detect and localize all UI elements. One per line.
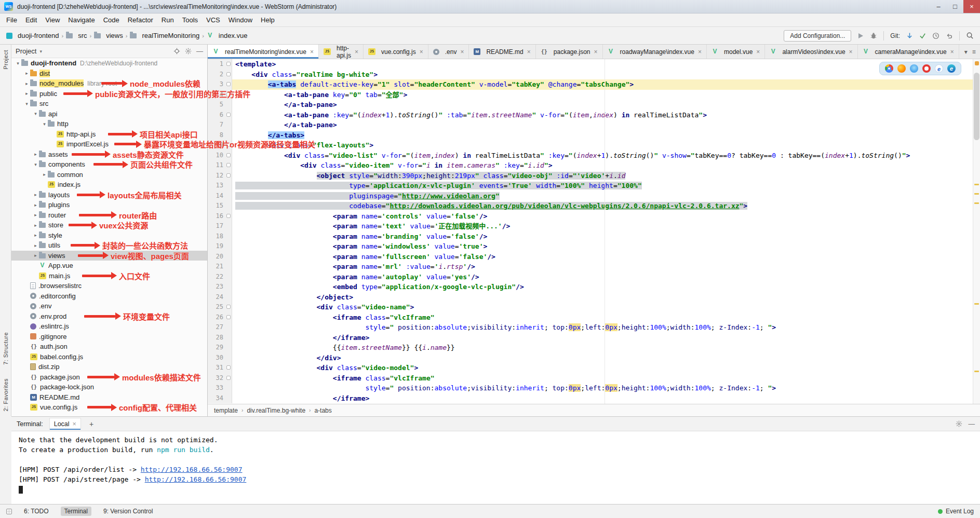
chevron-closed-icon[interactable]: ▸ <box>32 212 39 217</box>
close-button[interactable]: × <box>963 0 980 13</box>
code-line[interactable]: 6 <a-tab-pane :key="(index+1).toString()… <box>208 110 980 120</box>
tree-item-src[interactable]: ▾src <box>11 99 207 109</box>
history-icon[interactable] <box>932 32 939 39</box>
tree-item-http[interactable]: ▾http <box>11 119 207 129</box>
tree-item-package-json[interactable]: {}package.json <box>11 372 207 383</box>
menu-code[interactable]: Code <box>99 15 124 25</box>
tree-item-http-api-js[interactable]: JShttp-api.js <box>11 129 207 140</box>
code-line[interactable]: 15 codebase="http://downloads.videolan.o… <box>208 201 980 211</box>
code-line[interactable]: 20 <param name='fullscreen' value='false… <box>208 252 980 262</box>
tab-close-icon[interactable]: × <box>849 48 853 56</box>
chevron-closed-icon[interactable]: ▸ <box>32 243 39 248</box>
code-line[interactable]: 14 pluginspage="http://www.videolan.org" <box>208 191 980 201</box>
chrome-browser-icon[interactable] <box>885 64 893 73</box>
breadcrumb-item-index-vue[interactable]: Vindex.vue <box>207 32 248 39</box>
chevron-closed-icon[interactable]: ▸ <box>32 192 39 197</box>
ie-browser-icon[interactable]: e <box>935 64 943 73</box>
code-line[interactable]: 10 <div class="video-list" v-for="(item,… <box>208 151 980 161</box>
editor-tab-model-vue[interactable]: Vmodel.vue× <box>707 45 765 59</box>
debug-icon[interactable] <box>870 32 877 39</box>
tree-item-duoji-frontend[interactable]: ▾duoji-frontendD:\zheheWeb\duoji-fronten… <box>11 58 207 69</box>
code-line[interactable]: 3 <a-tabs default-active-key="1" slot="h… <box>208 79 980 90</box>
tree-item-node-modules[interactable]: ▸node_moduleslibrary root <box>11 78 207 89</box>
scrollbar-thumb[interactable] <box>974 73 979 140</box>
tab-close-icon[interactable]: × <box>460 48 464 56</box>
code-line[interactable]: 23 <embed type="application/x-google-vlc… <box>208 282 980 292</box>
code-line[interactable]: 30 </div> <box>208 353 980 363</box>
code-line[interactable]: 5 </a-tab-pane> <box>208 100 980 110</box>
code-line[interactable]: 17 <param name='text' value='正在加载视频中...'… <box>208 221 980 231</box>
menu-tools[interactable]: Tools <box>178 15 202 25</box>
tool-windows-icon[interactable] <box>6 509 12 514</box>
fold-marker-icon[interactable] <box>226 72 231 76</box>
rollback-icon[interactable] <box>946 32 953 39</box>
tree-item-importexcel-js[interactable]: JSimportExcel.js <box>11 139 207 149</box>
fold-marker-icon[interactable] <box>226 315 231 319</box>
hidden-tabs-icon[interactable]: ▾ <box>964 48 968 56</box>
editor-breadcrumb-template[interactable]: template <box>214 407 238 414</box>
search-everywhere-icon[interactable] <box>966 32 974 39</box>
chevron-closed-icon[interactable]: ▸ <box>32 152 39 157</box>
chevron-down-icon[interactable]: ▾ <box>39 49 42 54</box>
gear-icon[interactable] <box>185 48 192 54</box>
tree-item-components[interactable]: ▾components <box>11 159 207 170</box>
menu-vcs[interactable]: VCS <box>202 15 224 25</box>
menu-help[interactable]: Help <box>257 15 279 25</box>
tree-item-auth-json[interactable]: {}auth.json <box>11 342 207 352</box>
tab-close-icon[interactable]: × <box>355 48 358 56</box>
tree-item-plugins[interactable]: ▸plugins <box>11 200 207 210</box>
fold-marker-icon[interactable] <box>226 92 231 97</box>
tab-close-icon[interactable]: × <box>420 48 423 56</box>
tree-item-vue-config-js[interactable]: JSvue.config.js <box>11 402 207 413</box>
fold-marker-icon[interactable] <box>226 173 231 178</box>
fold-marker-icon[interactable] <box>226 82 231 86</box>
editor-breadcrumb-div-realtime-bg-white[interactable]: div.realTime.bg-white <box>247 407 305 414</box>
code-line[interactable]: 19 <param name='windowless' value='true'… <box>208 241 980 252</box>
code-line[interactable]: 21 <param name='mrl' :value='i.rtsp'/> <box>208 262 980 272</box>
opera-browser-icon[interactable] <box>922 64 931 73</box>
editor-tab-cameramanage-index-vue[interactable]: VcameraManage\index.vue× <box>858 45 959 59</box>
fold-marker-icon[interactable] <box>226 376 231 380</box>
chevron-open-icon[interactable]: ▾ <box>32 111 39 116</box>
fold-marker-icon[interactable] <box>226 305 231 309</box>
warning-tick[interactable] <box>974 202 979 204</box>
code-line[interactable]: 9 <div class="flex-layouts"> <box>208 140 980 151</box>
firefox-browser-icon[interactable] <box>897 64 906 73</box>
fold-marker-icon[interactable] <box>226 163 231 167</box>
tree-item-main-js[interactable]: JSmain.js <box>11 271 207 281</box>
project-tool-button[interactable]: Project <box>3 50 9 70</box>
menu-refactor[interactable]: Refactor <box>124 15 157 25</box>
menu-edit[interactable]: Edit <box>21 15 41 25</box>
code-line[interactable]: 31 <div class="video-model"> <box>208 363 980 373</box>
warning-tick[interactable] <box>974 303 979 305</box>
git-update-icon[interactable] <box>906 32 913 39</box>
tree-item-env[interactable]: .env <box>11 301 207 311</box>
locate-icon[interactable] <box>173 48 180 54</box>
code-line[interactable]: 29 {{item.streetName}} {{i.name}} <box>208 343 980 353</box>
tree-item-utils[interactable]: ▸utils <box>11 240 207 251</box>
tree-item-api[interactable]: ▾api <box>11 109 207 119</box>
code-line[interactable]: 28 </iframe> <box>208 333 980 343</box>
chevron-closed-icon[interactable]: ▸ <box>32 233 39 238</box>
editor-tab-roadwaymanage-index-vue[interactable]: VroadwayManage\index.vue× <box>603 45 707 59</box>
tree-item-env-prod[interactable]: .env.prod <box>11 311 207 322</box>
tree-item-layouts[interactable]: ▸layouts <box>11 190 207 200</box>
chevron-closed-icon[interactable]: ▸ <box>23 81 30 86</box>
code-line[interactable]: 11 <div class="video-item" v-for="i in i… <box>208 160 980 171</box>
editor-tab-http-api-js[interactable]: JShttp-api.js× <box>319 45 364 59</box>
tree-item-router[interactable]: ▸router <box>11 210 207 221</box>
code-line[interactable]: 22 <param name='autoplay' value='yes'/> <box>208 272 980 282</box>
code-line[interactable]: 26 <iframe class="vlcIframe" <box>208 312 980 323</box>
terminal-tool-button[interactable]: Terminal <box>61 507 91 516</box>
close-icon[interactable]: × <box>73 420 76 428</box>
code-line[interactable]: 32 <iframe class="vlcIframe" <box>208 373 980 384</box>
tree-item-common[interactable]: ▸common <box>11 170 207 180</box>
maximize-button[interactable]: □ <box>947 0 963 13</box>
minimize-button[interactable]: – <box>930 0 947 13</box>
tree-item-babel-config-js[interactable]: JSbabel.config.js <box>11 352 207 362</box>
menu-view[interactable]: View <box>41 15 64 25</box>
code-line[interactable]: 8 </a-tabs> <box>208 130 980 141</box>
breadcrumb-item-realtimemonitoring[interactable]: realTimeMonitoring <box>130 32 199 39</box>
tree-item-style[interactable]: ▸style <box>11 230 207 241</box>
tree-item-store[interactable]: ▸store <box>11 220 207 230</box>
